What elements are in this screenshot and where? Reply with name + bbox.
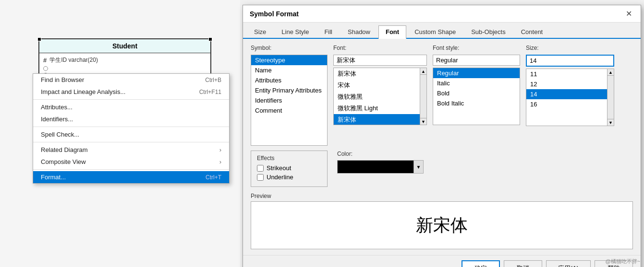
menu-item-composite-view[interactable]: Composite View › <box>33 156 229 168</box>
dialog-body: Symbol: Stereotype Name Attributes Entit… <box>243 39 641 255</box>
symbol-item-name[interactable]: Name <box>251 65 327 75</box>
tab-custom-shape[interactable]: Custom Shape <box>407 25 463 38</box>
preview-text: 新宋体 <box>416 214 468 237</box>
hash-icon: # <box>43 57 47 64</box>
menu-item-impact-lineage[interactable]: Impact and Lineage Analysis... Ctrl+F11 <box>33 86 229 98</box>
font-list[interactable]: 新宋体 宋体 微软雅黑 微软雅黑 Light 新宋体 ▲ ▼ <box>333 68 427 125</box>
tab-font[interactable]: Font <box>378 25 406 39</box>
entity-primary-row: # 学生ID varchar(20) <box>43 55 207 65</box>
symbol-item-identifiers[interactable]: Identifiers <box>251 95 327 105</box>
dialog-title-bar: Symbol Format ✕ <box>243 5 641 23</box>
fontstyle-regular[interactable]: Regular <box>433 68 520 78</box>
tab-size[interactable]: Size <box>247 25 273 38</box>
apply-button[interactable]: 应用(A) <box>546 260 591 267</box>
underline-checkbox[interactable] <box>257 174 264 181</box>
symbol-item-attributes[interactable]: Attributes <box>251 75 327 85</box>
context-menu: Find in Browser Ctrl+B Impact and Lineag… <box>33 73 230 184</box>
strikeout-label: Strikeout <box>267 164 291 172</box>
menu-item-related-diagram[interactable]: Related Diagram › <box>33 144 229 156</box>
font-item-songti[interactable]: 宋体 <box>334 80 426 91</box>
fontstyle-label: Font style: <box>433 45 520 51</box>
resize-handle-tl[interactable] <box>37 37 41 41</box>
symbol-format-dialog: Symbol Format ✕ Size Line Style Fill Sha… <box>243 5 641 267</box>
strikeout-row: Strikeout <box>257 164 321 172</box>
symbol-item-entity-primary[interactable]: Entity Primary Attributes <box>251 85 327 95</box>
color-box: Color: ▼ <box>337 151 424 187</box>
preview-label: Preview <box>251 193 633 199</box>
color-swatch-row: ▼ <box>337 160 424 174</box>
color-label: Color: <box>337 151 424 157</box>
ok-button[interactable]: 确定 <box>462 260 500 267</box>
size-list[interactable]: 11 12 14 16 ▲ ▼ <box>526 69 614 126</box>
fontstyle-list[interactable]: Regular Italic Bold Bold Italic <box>433 68 520 125</box>
scroll-up-btn[interactable]: ▲ <box>420 68 426 75</box>
size-panel: Size: 11 12 14 16 ▲ ▼ <box>526 45 614 146</box>
tab-shadow[interactable]: Shadow <box>340 25 377 38</box>
symbol-panel: Symbol: Stereotype Name Attributes Entit… <box>251 45 328 146</box>
menu-item-attributes[interactable]: Attributes... <box>33 101 229 113</box>
effects-title: Effects <box>257 155 321 162</box>
dot-icon-1 <box>43 66 48 71</box>
font-item-xinsongti[interactable]: 新宋体 <box>334 68 426 80</box>
font-item-weihei[interactable]: 微软雅黑 <box>334 91 426 103</box>
font-name-panel: Font: 新宋体 宋体 微软雅黑 微软雅黑 Light 新宋体 ▲ ▼ <box>333 45 427 146</box>
fontstyle-input[interactable] <box>433 55 520 66</box>
scroll-down-btn[interactable]: ▼ <box>420 118 426 125</box>
size-14[interactable]: 14 <box>526 89 614 99</box>
dialog-footer: 确定 取消 应用(A) 帮助 <box>243 255 641 267</box>
arrow-icon-related: › <box>219 146 221 153</box>
size-input[interactable] <box>526 55 614 67</box>
size-12[interactable]: 12 <box>526 79 614 89</box>
size-16[interactable]: 16 <box>526 99 614 109</box>
underline-row: Underline <box>257 174 321 181</box>
entity-header: Student <box>39 39 210 53</box>
tab-fill[interactable]: Fill <box>317 25 340 38</box>
fontstyle-panel: Font style: Regular Italic Bold Bold Ita… <box>433 45 520 146</box>
dialog-title-text: Symbol Format <box>250 10 299 18</box>
font-item-weihei-light[interactable]: 微软雅黑 Light <box>334 103 426 114</box>
entity-attr-row-1 <box>43 65 207 72</box>
scroll-size-up[interactable]: ▲ <box>608 69 614 76</box>
fontstyle-bold-italic[interactable]: Bold Italic <box>433 98 520 108</box>
menu-item-format[interactable]: Format... Ctrl+T <box>33 171 229 183</box>
scroll-size-down[interactable]: ▼ <box>608 119 614 126</box>
font-name-label: Font: <box>333 45 427 51</box>
dialog-tab-bar: Size Line Style Fill Shadow Font Custom … <box>243 23 641 39</box>
color-dropdown-button[interactable]: ▼ <box>414 160 424 174</box>
strikeout-checkbox[interactable] <box>257 165 264 172</box>
size-label: Size: <box>526 45 614 51</box>
font-list-scrollbar[interactable]: ▲ ▼ <box>420 68 426 125</box>
dialog-close-button[interactable]: ✕ <box>624 9 634 18</box>
font-item-xinsongti-2[interactable]: 新宋体 <box>334 114 426 125</box>
font-tab-content: Symbol: Stereotype Name Attributes Entit… <box>251 45 633 146</box>
font-name-input[interactable] <box>333 55 427 66</box>
menu-item-find-browser[interactable]: Find in Browser Ctrl+B <box>33 74 229 86</box>
menu-sep-3 <box>33 142 229 142</box>
menu-sep-2 <box>33 127 229 127</box>
tab-content[interactable]: Content <box>514 25 550 38</box>
symbol-list[interactable]: Stereotype Name Attributes Entity Primar… <box>251 55 328 146</box>
effects-color-row: Effects Strikeout Underline Color: ▼ <box>251 151 633 187</box>
underline-label: Underline <box>267 174 293 181</box>
color-swatch[interactable] <box>337 160 414 174</box>
menu-sep-4 <box>33 169 229 170</box>
resize-handle-tr[interactable] <box>208 37 212 41</box>
tab-line-style[interactable]: Line Style <box>274 25 316 38</box>
fontstyle-bold[interactable]: Bold <box>433 88 520 98</box>
symbol-item-comment[interactable]: Comment <box>251 105 327 116</box>
preview-section: Preview 新宋体 <box>251 193 633 249</box>
fontstyle-italic[interactable]: Italic <box>433 78 520 88</box>
effects-box: Effects Strikeout Underline <box>251 151 328 187</box>
symbol-item-stereotype[interactable]: Stereotype <box>251 55 327 65</box>
preview-box: 新宋体 <box>251 201 633 249</box>
watermark: @橘猫吃不胖~ <box>605 258 640 265</box>
cancel-button[interactable]: 取消 <box>504 260 542 267</box>
menu-item-identifiers[interactable]: Identifiers... <box>33 113 229 125</box>
menu-sep-1 <box>33 99 229 100</box>
tab-sub-objects[interactable]: Sub-Objects <box>464 25 513 38</box>
size-list-scrollbar[interactable]: ▲ ▼ <box>607 69 614 126</box>
symbol-label: Symbol: <box>251 45 328 51</box>
size-11[interactable]: 11 <box>526 69 614 79</box>
menu-item-spell-check[interactable]: Spell Check... <box>33 128 229 140</box>
arrow-icon-composite: › <box>219 158 221 165</box>
